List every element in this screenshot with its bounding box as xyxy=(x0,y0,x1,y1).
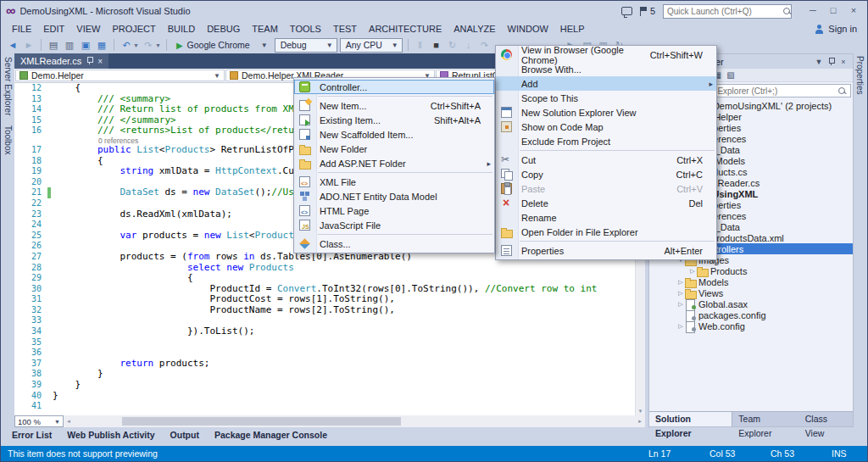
expander-icon[interactable]: ▷ xyxy=(676,301,685,308)
add-menu-item-ado-net-entity-data-model[interactable]: ADO.NET Entity Data Model xyxy=(294,189,494,203)
step-over-icon[interactable]: ↷ xyxy=(478,37,492,53)
context-menu-item-exclude-from-project[interactable]: Exclude From Project xyxy=(496,134,716,148)
context-menu-item-properties[interactable]: PropertiesAlt+Enter xyxy=(496,243,716,258)
expander-icon[interactable]: ▷ xyxy=(676,279,685,286)
feedback-icon[interactable] xyxy=(621,7,632,15)
add-menu-item-javascript-file[interactable]: JavaScript File xyxy=(294,218,494,232)
stop-debug-icon[interactable]: ■ xyxy=(430,37,443,53)
menubar-item-tools[interactable]: TOOLS xyxy=(284,21,327,36)
scroll-left-icon[interactable]: ◄ xyxy=(64,415,74,427)
search-icon[interactable] xyxy=(837,86,847,96)
scrollbar-thumb[interactable] xyxy=(122,417,401,426)
window-position-icon[interactable]: ▼ xyxy=(813,58,825,66)
solution-configuration-dropdown[interactable]: Debug▼ xyxy=(275,38,337,53)
add-menu-item-class[interactable]: Class... xyxy=(294,237,494,251)
panel-tab-team-explorer[interactable]: Team Explorer xyxy=(732,412,798,426)
menubar-item-team[interactable]: TEAM xyxy=(246,21,284,36)
context-menu-item-browse-with[interactable]: Browse With... xyxy=(496,62,716,76)
preview-selected-items-icon[interactable]: ▧ xyxy=(726,70,734,80)
side-tab-properties[interactable]: Properties xyxy=(855,56,865,426)
add-menu-item-controller[interactable]: Controller... xyxy=(294,80,494,94)
context-menu-item-add[interactable]: Add▸ xyxy=(496,76,716,91)
context-menu-item-rename[interactable]: Rename xyxy=(496,210,716,225)
context-menu-item-cut[interactable]: CutCtrl+X xyxy=(496,153,716,167)
restart-icon[interactable]: ↻ xyxy=(446,37,459,53)
navigate-forward-icon[interactable]: ► xyxy=(22,37,36,53)
context-menu-item-open-folder-in-file-explorer[interactable]: Open Folder in File Explorer xyxy=(496,225,716,239)
panel-tab-class-view[interactable]: Class View xyxy=(799,412,853,426)
scroll-down-icon[interactable]: ▼ xyxy=(636,407,645,415)
save-all-icon[interactable]: ▦ xyxy=(95,37,108,53)
menubar-item-architecture[interactable]: ARCHITECTURE xyxy=(363,21,448,36)
bottom-tab-package-manager-console[interactable]: Package Manager Console xyxy=(208,430,334,440)
new-file-icon[interactable]: ▤ xyxy=(47,37,60,53)
context-menu-item-copy[interactable]: CopyCtrl+C xyxy=(496,167,716,181)
step-into-icon[interactable]: ↓ xyxy=(462,37,476,53)
bottom-tab-output[interactable]: Output xyxy=(164,430,206,440)
search-icon[interactable] xyxy=(782,7,792,16)
save-icon[interactable]: ▣ xyxy=(79,37,92,53)
tree-item-web-config[interactable]: ▷Web.config xyxy=(649,320,853,331)
tree-item-global-asax[interactable]: ▷Global.asax xyxy=(649,298,853,309)
navigate-backward-icon[interactable]: ◄ xyxy=(6,37,19,53)
add-menu-item-xml-file[interactable]: XML File xyxy=(294,175,494,189)
context-menu-item-new-solution-explorer-view[interactable]: New Solution Explorer View xyxy=(496,105,716,120)
side-tab-toolbox[interactable]: Toolbox xyxy=(3,125,13,154)
zoom-dropdown[interactable]: 100 % ▼ xyxy=(14,415,64,427)
menubar-item-edit[interactable]: EDIT xyxy=(37,21,70,36)
tree-item-products[interactable]: ▷Products xyxy=(649,265,853,276)
minimize-button[interactable]: ─ xyxy=(803,3,823,19)
pin-icon[interactable] xyxy=(828,58,834,66)
scroll-right-icon[interactable]: ► xyxy=(635,415,645,427)
context-menu-item-delete[interactable]: DeleteDel xyxy=(496,196,716,210)
quick-launch-input[interactable] xyxy=(664,7,782,16)
expander-icon[interactable]: ▷ xyxy=(676,323,685,330)
pin-tab-icon[interactable] xyxy=(86,57,92,65)
menubar-item-project[interactable]: PROJECT xyxy=(106,21,161,36)
tree-item-views[interactable]: ▷Views xyxy=(649,287,853,298)
add-menu-item-html-page[interactable]: HTML Page xyxy=(294,203,494,218)
menubar-item-debug[interactable]: DEBUG xyxy=(201,21,246,36)
close-button[interactable]: × xyxy=(843,3,864,19)
chevron-down-icon[interactable]: ▼ xyxy=(133,42,139,48)
project-dropdown[interactable]: Demo.Helper ▼ xyxy=(15,70,225,81)
bottom-tab-error-list[interactable]: Error List xyxy=(5,430,58,440)
redo-icon[interactable]: ↷ xyxy=(142,37,155,53)
solution-platform-dropdown[interactable]: Any CPU▼ xyxy=(340,38,403,53)
notifications-flag[interactable]: 5 xyxy=(640,6,655,16)
expander-icon[interactable]: ▷ xyxy=(676,290,685,297)
bottom-tab-web-publish-activity[interactable]: Web Publish Activity xyxy=(60,430,161,440)
close-tab-icon[interactable]: × xyxy=(97,57,103,66)
menubar-item-test[interactable]: TEST xyxy=(327,21,363,36)
menubar-item-file[interactable]: FILE xyxy=(6,21,37,36)
add-menu-item-existing-item[interactable]: Existing Item...Shift+Alt+A xyxy=(294,113,494,127)
menubar-item-window[interactable]: WINDOW xyxy=(502,21,554,36)
panel-tab-solution-explorer[interactable]: Solution Explorer xyxy=(649,412,732,426)
open-file-icon[interactable]: ▥ xyxy=(63,37,76,53)
tree-item-models[interactable]: ▷Models xyxy=(649,276,853,287)
menubar-item-help[interactable]: HELP xyxy=(554,21,591,36)
maximize-button[interactable]: □ xyxy=(823,3,843,19)
sign-in-button[interactable]: Sign in xyxy=(815,24,867,34)
add-menu-item-add-asp-net-folder[interactable]: Add ASP.NET Folder▸ xyxy=(294,156,494,170)
close-panel-icon[interactable]: × xyxy=(837,58,849,66)
menubar-item-build[interactable]: BUILD xyxy=(162,21,201,36)
menubar-item-analyze[interactable]: ANALYZE xyxy=(448,21,501,36)
tree-item-packages-config[interactable]: packages.config xyxy=(649,309,853,320)
horizontal-scrollbar[interactable]: ◄ ► xyxy=(64,415,645,427)
add-menu-item-new-folder[interactable]: New Folder xyxy=(294,142,494,156)
context-menu-item-paste[interactable]: PasteCtrl+V xyxy=(496,181,716,196)
document-tab[interactable]: XMLReader.cs × xyxy=(14,53,108,69)
add-menu-item-new-item[interactable]: New Item...Ctrl+Shift+A xyxy=(294,98,494,113)
start-debug-button[interactable]: ▶Google Chrome▼ xyxy=(172,38,272,53)
side-tab-server-explorer[interactable]: Server Explorer xyxy=(3,57,13,115)
add-menu-item-new-scaffolded-item[interactable]: New Scaffolded Item... xyxy=(294,127,494,142)
context-menu-item-show-on-code-map[interactable]: Show on Code Map xyxy=(496,120,716,134)
break-all-icon[interactable]: ‖ xyxy=(414,37,427,53)
chevron-down-icon[interactable]: ▼ xyxy=(155,42,161,48)
menubar-item-view[interactable]: VIEW xyxy=(70,21,106,36)
context-menu-item-view-in-browser-google-chrome[interactable]: View in Browser (Google Chrome)Ctrl+Shif… xyxy=(496,47,716,62)
undo-icon[interactable]: ↶ xyxy=(120,37,133,53)
expander-icon[interactable]: ▷ xyxy=(688,268,697,275)
context-menu-item-scope-to-this[interactable]: Scope to This xyxy=(496,91,716,105)
